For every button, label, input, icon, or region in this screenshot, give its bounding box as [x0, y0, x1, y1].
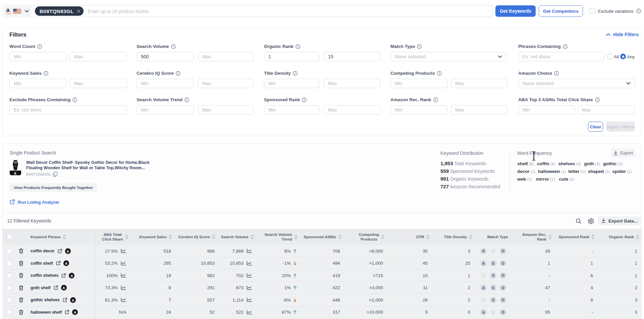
- svg-text:a: a: [14, 171, 16, 175]
